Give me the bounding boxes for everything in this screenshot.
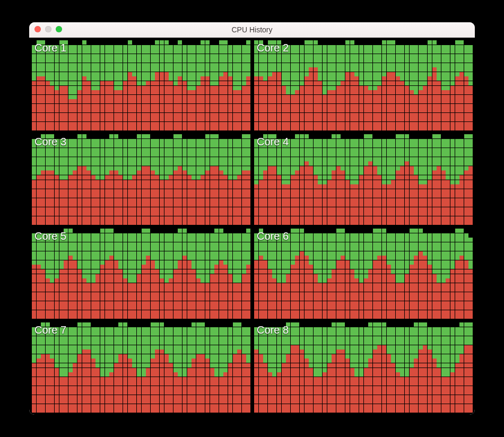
- core-panel-6: Core 6: [254, 228, 473, 319]
- zoom-icon[interactable]: [56, 26, 62, 32]
- core-panel-5: Core 5: [31, 228, 250, 319]
- core-7-chart: [31, 322, 250, 413]
- core-panel-2: Core 2: [254, 40, 473, 130]
- core-8-chart: [254, 322, 473, 413]
- core-panel-7: Core 7: [31, 322, 250, 413]
- core-2-chart: [254, 40, 473, 130]
- core-3-chart: [31, 134, 250, 224]
- core-panel-4: Core 4: [254, 134, 473, 224]
- minimize-icon: [45, 26, 51, 32]
- cpu-history-window: CPU History Core 1Core 2Core 3Core 4Core…: [29, 22, 475, 415]
- core-panel-8: Core 8: [254, 322, 473, 413]
- core-grid: Core 1Core 2Core 3Core 4Core 5Core 6Core…: [29, 38, 475, 415]
- core-4-chart: [254, 134, 473, 224]
- titlebar[interactable]: CPU History: [29, 22, 475, 38]
- window-controls: [34, 26, 62, 32]
- core-1-chart: [31, 40, 250, 130]
- core-6-chart: [254, 228, 473, 319]
- core-panel-1: Core 1: [31, 40, 250, 130]
- core-panel-3: Core 3: [31, 134, 250, 224]
- close-icon[interactable]: [34, 26, 41, 32]
- window-title: CPU History: [29, 25, 475, 34]
- core-5-chart: [31, 228, 250, 319]
